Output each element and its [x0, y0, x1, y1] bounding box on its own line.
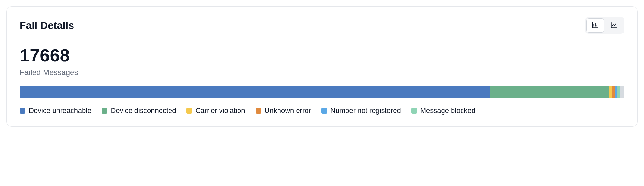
card-header: Fail Details: [20, 17, 624, 34]
legend-item: Message blocked: [411, 107, 475, 115]
bar-segment: [609, 86, 612, 98]
line-chart-icon: [610, 22, 618, 30]
legend-label: Message blocked: [420, 107, 475, 115]
legend-swatch: [186, 108, 192, 114]
legend-label: Device disconnected: [111, 107, 176, 115]
bar-chart-icon: [592, 22, 599, 30]
legend-label: Device unreachable: [29, 107, 91, 115]
legend-swatch: [321, 108, 327, 114]
bar-segment-residual: [620, 86, 624, 98]
legend-item: Device unreachable: [20, 107, 91, 115]
total-value: 17668: [20, 45, 624, 65]
legend-item: Carrier violation: [186, 107, 245, 115]
legend-label: Number not registered: [330, 107, 401, 115]
card-title: Fail Details: [20, 20, 74, 32]
stacked-bar-chart: [20, 86, 624, 98]
bar-chart-toggle[interactable]: [586, 18, 604, 33]
legend-swatch: [256, 108, 261, 114]
line-chart-toggle[interactable]: [605, 18, 623, 33]
chart-legend: Device unreachableDevice disconnectedCar…: [20, 107, 624, 115]
bar-segment: [612, 86, 615, 98]
legend-label: Unknown error: [265, 107, 311, 115]
total-label: Failed Messages: [20, 68, 624, 77]
legend-item: Number not registered: [321, 107, 401, 115]
legend-swatch: [20, 108, 25, 114]
legend-item: Unknown error: [256, 107, 311, 115]
fail-details-card: Fail Details 17668 Failed Messages Devic…: [6, 6, 638, 127]
bar-segment: [20, 86, 490, 98]
bar-segment: [617, 86, 620, 98]
bar-segment: [490, 86, 609, 98]
legend-swatch: [411, 108, 417, 114]
legend-label: Carrier violation: [195, 107, 245, 115]
legend-item: Device disconnected: [102, 107, 176, 115]
chart-type-toggle: [585, 17, 624, 34]
legend-swatch: [102, 108, 107, 114]
